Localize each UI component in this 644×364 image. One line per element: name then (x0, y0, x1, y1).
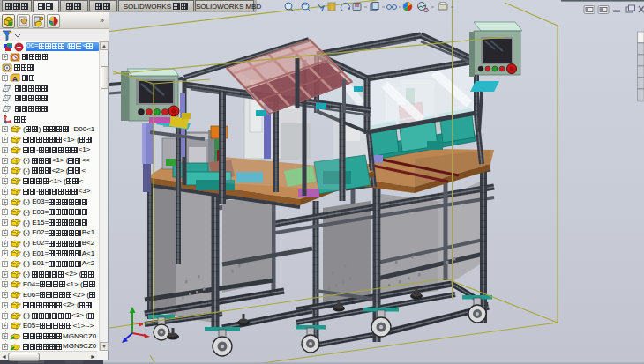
svg-text:A: A (12, 75, 18, 83)
